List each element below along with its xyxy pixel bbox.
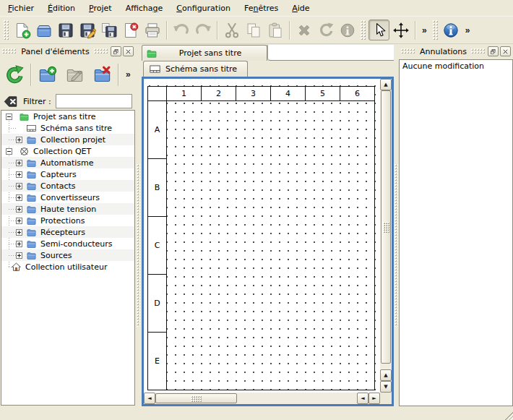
- expand-plus-icon[interactable]: [16, 218, 22, 224]
- diagram-row-header: A: [147, 100, 167, 159]
- scroll-right-button[interactable]: ►: [368, 393, 380, 404]
- folder-icon: [26, 169, 37, 180]
- left-dock-splitter[interactable]: [136, 45, 142, 406]
- tree-item-convertisseurs[interactable]: Convertisseurs: [1, 192, 134, 203]
- expand-plus-icon[interactable]: [16, 229, 22, 236]
- elements-panel-titlebar[interactable]: Panel d'éléments: [0, 45, 136, 58]
- vertical-scroll-thumb[interactable]: [381, 90, 391, 364]
- collapse-minus-icon[interactable]: [6, 113, 12, 120]
- clear-filter-icon[interactable]: [3, 94, 18, 109]
- undo-list-item[interactable]: Aucune modification: [400, 60, 512, 72]
- new-file-icon: [14, 22, 31, 39]
- dock-buttons: [111, 46, 134, 56]
- right-dock-splitter[interactable]: [394, 45, 399, 406]
- tree-connector-line: [9, 163, 16, 163]
- scroll-left-button[interactable]: ◄: [144, 393, 155, 404]
- delete-category-button[interactable]: [90, 63, 113, 86]
- print-button[interactable]: [142, 20, 163, 40]
- tree-item-protections[interactable]: Protections: [1, 215, 134, 226]
- folder-icon: [26, 250, 37, 261]
- new-file-button[interactable]: [12, 20, 33, 40]
- expand-plus-icon[interactable]: [16, 241, 22, 247]
- horizontal-scroll-thumb[interactable]: [155, 393, 237, 403]
- tree-item-haute-tension[interactable]: Haute tension: [1, 203, 134, 215]
- pan-mode-button[interactable]: [390, 20, 411, 40]
- horizontal-scrollbar[interactable]: ◄◄►: [144, 393, 380, 404]
- tab-schema[interactable]: Schéma sans titre: [143, 61, 248, 77]
- expand-plus-icon[interactable]: [16, 206, 22, 213]
- select-mode-button[interactable]: [368, 20, 389, 40]
- tree-item-recepteurs[interactable]: Récepteurs: [1, 226, 134, 238]
- filter-input[interactable]: [56, 94, 132, 108]
- about-button[interactable]: [441, 20, 462, 40]
- folder-icon: [26, 181, 37, 192]
- copy-button: [243, 20, 264, 40]
- vertical-scrollbar[interactable]: ▲▲▼: [380, 79, 392, 393]
- expand-plus-icon[interactable]: [16, 252, 22, 259]
- tree-item-label: Récepteurs: [40, 228, 85, 237]
- toolbar-overflow-button[interactable]: »: [462, 24, 473, 37]
- float-button[interactable]: [488, 46, 499, 56]
- scroll-up-button[interactable]: ▲: [380, 79, 392, 90]
- close-button[interactable]: [123, 46, 134, 56]
- new-category-button[interactable]: [35, 63, 59, 86]
- save-all-button[interactable]: [98, 20, 119, 40]
- menu-item-edition[interactable]: Édition: [42, 1, 81, 15]
- print-icon: [144, 22, 161, 39]
- tree-connector-line: [9, 128, 16, 129]
- float-button[interactable]: [111, 46, 121, 56]
- diagram-canvas[interactable]: 123456ABCDE: [144, 79, 380, 393]
- tree-item-projet-sans-titre[interactable]: Projet sans titre: [1, 111, 134, 122]
- close-button[interactable]: [500, 46, 511, 56]
- undo-panel-titlebar[interactable]: Annulations: [399, 45, 513, 58]
- menu-item-aide[interactable]: Aide: [286, 1, 315, 15]
- tree-item-collection-utilisateur[interactable]: Collection utilisateur: [1, 261, 134, 273]
- menu-item-fichier[interactable]: Fichier: [2, 1, 40, 15]
- menu-item-affichage[interactable]: Affichage: [120, 1, 169, 15]
- dock-buttons: [488, 46, 511, 56]
- expand-plus-icon[interactable]: [16, 160, 22, 166]
- size-grip[interactable]: [504, 411, 513, 420]
- save-as-button[interactable]: [77, 20, 98, 40]
- expand-plus-icon[interactable]: [16, 183, 22, 189]
- collapse-minus-icon[interactable]: [6, 148, 12, 155]
- toolbar-handle-icon[interactable]: [4, 20, 9, 40]
- tree-item-contacts[interactable]: Contacts: [1, 180, 134, 192]
- toolbar-overflow-button[interactable]: »: [419, 24, 430, 37]
- menu-item-fenetres[interactable]: Fenêtres: [238, 1, 284, 15]
- titlebar-texture: [471, 48, 486, 54]
- scroll-up-button[interactable]: ▲: [380, 369, 392, 381]
- save-button[interactable]: [55, 20, 76, 40]
- expand-plus-icon[interactable]: [16, 171, 22, 178]
- tree-item-collection-projet[interactable]: Collection projet: [1, 134, 134, 145]
- scroll-down-button[interactable]: ▼: [380, 381, 392, 393]
- open-file-button[interactable]: [33, 20, 54, 40]
- expand-plus-icon[interactable]: [16, 194, 22, 201]
- diagram-drawing-area: [166, 100, 375, 390]
- tab-project[interactable]: Projet sans titre: [142, 45, 267, 61]
- reload-collections-button[interactable]: [3, 63, 26, 86]
- tree-item-semi-conducteurs[interactable]: Semi-conducteurs: [1, 238, 134, 249]
- menu-item-configuration[interactable]: Configuration: [171, 1, 236, 15]
- toolbar-overflow-button[interactable]: »: [123, 68, 134, 81]
- expand-plus-icon[interactable]: [16, 137, 22, 143]
- tree-item-automatisme[interactable]: Automatisme: [1, 157, 134, 168]
- info-gray-icon: [339, 22, 356, 39]
- tree-item-capteurs[interactable]: Capteurs: [1, 168, 134, 180]
- tree-item-schema-sans-titre[interactable]: Schéma sans titre: [1, 122, 134, 134]
- folder-icon: [26, 192, 37, 203]
- filter-label: Filtrer :: [23, 97, 51, 106]
- tree-item-sources[interactable]: Sources: [1, 249, 134, 261]
- tree-item-label: Protections: [40, 216, 85, 226]
- qet-logo-icon: [19, 146, 30, 157]
- toolbar-handle-icon[interactable]: [361, 20, 366, 40]
- copy-icon: [245, 22, 262, 39]
- project-folder-icon: [146, 48, 158, 59]
- scrollbar-corner: [380, 393, 392, 404]
- scroll-left-button[interactable]: ◄: [357, 393, 368, 404]
- menu-item-projet[interactable]: Projet: [83, 1, 118, 15]
- paste-button: [264, 20, 285, 40]
- tree-item-collection-qet[interactable]: Collection QET: [1, 145, 134, 157]
- toolbar-handle-icon[interactable]: [433, 20, 438, 40]
- close-file-button[interactable]: [120, 20, 141, 40]
